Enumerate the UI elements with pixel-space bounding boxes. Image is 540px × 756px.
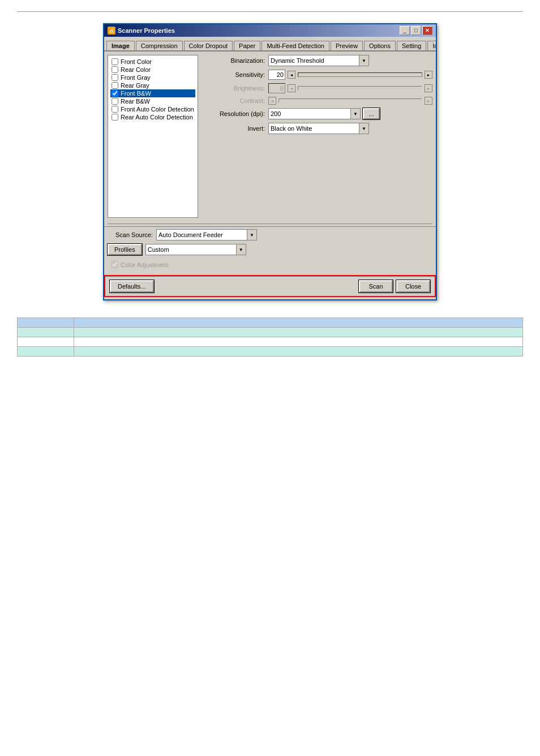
dialog-body: Front Color Rear Color Front Gray Rear G… [104, 51, 436, 221]
tab-paper[interactable]: Paper [234, 41, 260, 50]
invert-control: ▼ [268, 123, 432, 134]
profiles-input[interactable] [145, 244, 236, 255]
image-type-front-auto[interactable]: Front Auto Color Detection [110, 105, 195, 113]
contrast-label: Contrast: [203, 97, 265, 104]
rear-auto-checkbox[interactable] [112, 114, 118, 121]
title-bar: 🖨 Scanner Properties _ □ ✕ [104, 24, 436, 37]
minimize-button[interactable]: _ [400, 26, 410, 35]
image-type-front-bw[interactable]: Front B&W [110, 89, 195, 97]
image-type-rear-color[interactable]: Rear Color [110, 66, 195, 74]
tab-imprinter[interactable]: Imprinter [427, 41, 436, 50]
image-type-rear-gray[interactable]: Rear Gray [110, 81, 195, 89]
rear-gray-checkbox[interactable] [112, 82, 118, 89]
invert-dropdown-btn[interactable]: ▼ [359, 123, 369, 134]
resolution-label: Resolution (dpi): [203, 110, 265, 117]
contrast-right-btn: ► [425, 97, 432, 105]
image-type-rear-bw[interactable]: Rear B&W [110, 97, 195, 105]
footer-highlight: Defaults... Scan Close [104, 275, 436, 297]
resolution-dropdown-btn[interactable]: ▼ [350, 108, 361, 119]
scan-button[interactable]: Scan [359, 280, 393, 293]
rear-bw-label: Rear B&W [121, 98, 150, 105]
table-header-col2 [74, 318, 523, 328]
bottom-section: Scan Source: ▼ Profiles ▼ [104, 226, 436, 273]
front-auto-label: Front Auto Color Detection [121, 106, 194, 113]
brightness-control: 0 ◄ ► [268, 83, 432, 93]
tab-preview[interactable]: Preview [331, 41, 363, 50]
top-divider [17, 11, 523, 12]
sensitivity-slider-area: 20 ◄ ► [268, 70, 432, 80]
front-color-label: Front Color [121, 58, 152, 65]
binarization-row: Binarization: ▼ [203, 55, 432, 66]
contrast-track [278, 98, 422, 103]
tab-bar: Image Compression Color Dropout Paper Mu… [104, 37, 436, 51]
contrast-left-btn: ◄ [268, 97, 276, 105]
binarization-control: ▼ [268, 55, 432, 66]
table-row-2 [18, 337, 523, 347]
sensitivity-left-btn[interactable]: ◄ [288, 71, 295, 79]
sensitivity-right-btn[interactable]: ► [425, 71, 432, 79]
sensitivity-track[interactable] [298, 72, 422, 77]
brightness-track [298, 86, 422, 91]
tab-setting[interactable]: Setting [397, 41, 426, 50]
table-row1-col2 [74, 328, 523, 337]
binarization-label: Binarization: [203, 57, 265, 64]
table-header-col1 [18, 318, 74, 328]
info-table [17, 317, 523, 356]
binarization-input[interactable] [268, 55, 359, 66]
dialog-wrapper: 🖨 Scanner Properties _ □ ✕ Image Compres… [103, 23, 437, 300]
profiles-row: Profiles ▼ [108, 244, 432, 255]
dialog-footer: Defaults... Scan Close [105, 276, 435, 296]
tab-multifeed[interactable]: Multi-Feed Detection [262, 41, 329, 50]
profiles-dropdown-btn[interactable]: ▼ [236, 244, 246, 255]
front-color-checkbox[interactable] [112, 58, 118, 65]
defaults-button[interactable]: Defaults... [110, 280, 154, 293]
sensitivity-row: Sensitivity: 20 ◄ ► [203, 70, 432, 80]
color-adjustment-label: Color Adjustment: [121, 261, 170, 268]
image-type-front-gray[interactable]: Front Gray [110, 74, 195, 81]
tab-color-dropout[interactable]: Color Dropout [184, 41, 233, 50]
rear-gray-label: Rear Gray [121, 82, 149, 89]
scanner-properties-dialog: 🖨 Scanner Properties _ □ ✕ Image Compres… [103, 23, 437, 300]
rear-auto-label: Rear Auto Color Detection [121, 114, 193, 121]
image-type-front-color[interactable]: Front Color [110, 58, 195, 66]
rear-bw-checkbox[interactable] [112, 98, 118, 105]
scan-source-dropdown-btn[interactable]: ▼ [247, 229, 257, 240]
maximize-button[interactable]: □ [411, 26, 421, 35]
binarization-dropdown-btn[interactable]: ▼ [359, 55, 369, 66]
rear-color-label: Rear Color [121, 66, 151, 73]
invert-input[interactable] [268, 123, 359, 134]
sensitivity-control: 20 ◄ ► [268, 70, 432, 80]
rear-color-checkbox[interactable] [112, 66, 118, 73]
color-adjustment-checkbox [111, 261, 118, 268]
table-row-1 [18, 328, 523, 337]
front-bw-checkbox[interactable] [112, 90, 118, 97]
tab-options[interactable]: Options [364, 41, 396, 50]
title-bar-left: 🖨 Scanner Properties [108, 27, 175, 35]
resolution-input[interactable] [268, 108, 350, 119]
resolution-extra-btn[interactable]: ... [363, 108, 380, 119]
image-type-rear-auto[interactable]: Rear Auto Color Detection [110, 113, 195, 121]
scan-source-label: Scan Source: [108, 231, 153, 238]
table-row2-col1 [18, 337, 74, 347]
close-window-button[interactable]: ✕ [422, 26, 432, 35]
brightness-right-btn: ► [425, 84, 432, 92]
front-auto-checkbox[interactable] [112, 106, 118, 113]
table-row-header [18, 318, 523, 328]
profiles-button[interactable]: Profiles [108, 244, 142, 255]
invert-select-wrapper: ▼ [268, 123, 369, 134]
brightness-label: Brightness: [203, 85, 265, 92]
table-row2-col2 [74, 337, 523, 347]
front-gray-checkbox[interactable] [112, 74, 118, 81]
invert-label: Invert: [203, 125, 265, 132]
body-separator [108, 224, 432, 224]
scan-source-input[interactable] [156, 229, 247, 240]
profiles-select-wrapper: ▼ [145, 244, 246, 255]
brightness-row: Brightness: 0 ◄ ► [203, 83, 432, 93]
tab-image[interactable]: Image [106, 41, 135, 51]
tab-compression[interactable]: Compression [136, 41, 183, 50]
table-row3-col1 [18, 347, 74, 356]
settings-panel: Binarization: ▼ Sensitivity: [203, 55, 432, 218]
resolution-row: Resolution (dpi): ▼ ... [203, 108, 432, 119]
table-row3-col2 [74, 347, 523, 356]
close-button[interactable]: Close [396, 280, 430, 293]
